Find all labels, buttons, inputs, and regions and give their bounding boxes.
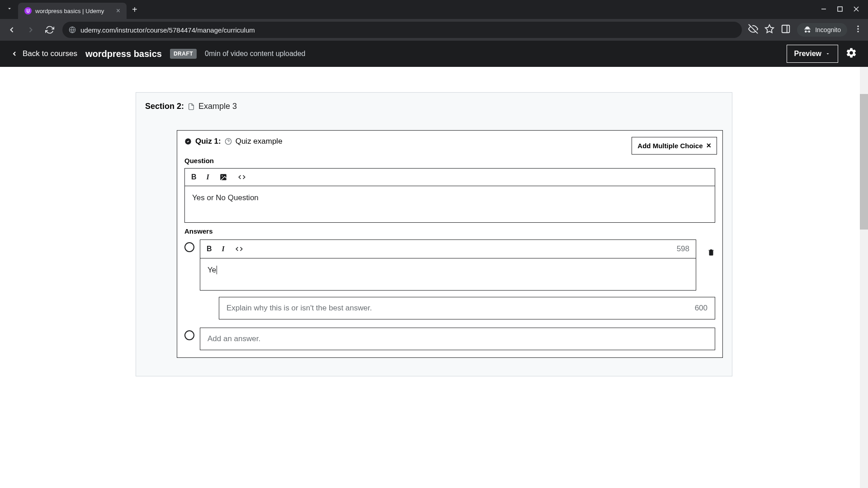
- chrome-menu-icon[interactable]: [854, 24, 863, 35]
- scrollbar-thumb[interactable]: [860, 94, 868, 230]
- bold-button[interactable]: B: [191, 173, 197, 181]
- course-title: wordpress basics: [85, 49, 162, 59]
- site-info-icon[interactable]: [69, 26, 76, 33]
- question-editor: B I Yes or No Question: [184, 168, 715, 223]
- answer-row: B I 598 Ye: [184, 239, 715, 291]
- check-circle-icon: [184, 138, 192, 145]
- svg-rect-8: [782, 25, 790, 33]
- answer-radio[interactable]: [184, 330, 194, 340]
- explain-char-count: 600: [695, 304, 708, 313]
- answer-row: Add an answer.: [184, 328, 715, 350]
- help-circle-icon: [225, 138, 232, 145]
- browser-tab[interactable]: U wordpress basics | Udemy ×: [18, 3, 127, 19]
- explain-input[interactable]: Explain why this is or isn't the best an…: [219, 297, 715, 319]
- svg-marker-7: [765, 25, 774, 33]
- back-button[interactable]: [5, 23, 18, 36]
- svg-point-11: [857, 28, 859, 29]
- answer-textarea[interactable]: Add an answer.: [200, 328, 715, 350]
- svg-rect-1: [838, 7, 842, 11]
- tab-title: wordpress basics | Udemy: [35, 8, 104, 14]
- quiz-label: Quiz 1:: [195, 137, 221, 146]
- section-box: Section 2: Example 3 Quiz 1: Quiz exampl…: [136, 92, 732, 376]
- preview-button[interactable]: Preview: [787, 45, 838, 63]
- char-count: 598: [677, 244, 689, 253]
- code-button[interactable]: [237, 174, 246, 181]
- svg-point-10: [857, 26, 859, 27]
- bookmark-icon[interactable]: [764, 24, 774, 36]
- delete-answer-button[interactable]: [707, 248, 715, 258]
- incognito-badge[interactable]: Incognito: [797, 23, 847, 37]
- svg-point-17: [222, 175, 222, 176]
- back-to-courses-link[interactable]: Back to courses: [11, 49, 77, 58]
- bold-button[interactable]: B: [207, 245, 212, 253]
- question-textarea[interactable]: Yes or No Question: [185, 186, 715, 222]
- close-icon[interactable]: ×: [706, 141, 711, 150]
- incognito-label: Incognito: [815, 26, 841, 33]
- browser-toolbar: udemy.com/instructor/course/5784474/mana…: [0, 19, 868, 41]
- question-label: Question: [184, 157, 715, 164]
- preview-label: Preview: [794, 50, 821, 58]
- section-header: Section 2: Example 3: [145, 102, 723, 111]
- app-header: Back to courses wordpress basics DRAFT 0…: [0, 41, 868, 67]
- gear-icon[interactable]: [845, 47, 857, 61]
- draft-badge: DRAFT: [170, 49, 197, 59]
- code-button[interactable]: [235, 245, 244, 253]
- svg-point-12: [857, 31, 859, 32]
- document-icon: [188, 103, 195, 111]
- add-mc-label: Add Multiple Choice: [637, 142, 703, 150]
- answer-editor: B I 598 Ye: [200, 239, 696, 291]
- image-button[interactable]: [219, 173, 227, 181]
- chevron-left-icon: [11, 50, 18, 57]
- back-label: Back to courses: [23, 49, 77, 58]
- quiz-name: Quiz example: [236, 137, 283, 146]
- close-tab-icon[interactable]: ×: [116, 7, 120, 15]
- tab-search-dropdown[interactable]: [4, 4, 15, 15]
- italic-button[interactable]: I: [207, 173, 209, 181]
- quiz-box: Quiz 1: Quiz example Add Multiple Choice…: [177, 130, 723, 358]
- minimize-window-icon[interactable]: [821, 6, 826, 13]
- reload-button[interactable]: [43, 23, 56, 36]
- scrollbar[interactable]: [860, 67, 868, 488]
- italic-button[interactable]: I: [222, 245, 225, 253]
- forward-button[interactable]: [24, 23, 37, 36]
- url-text: udemy.com/instructor/course/5784474/mana…: [80, 26, 736, 34]
- udemy-favicon-icon: U: [24, 7, 32, 14]
- quiz-header: Quiz 1: Quiz example Add Multiple Choice…: [177, 131, 722, 152]
- new-tab-button[interactable]: +: [127, 5, 143, 15]
- address-bar[interactable]: udemy.com/instructor/course/5784474/mana…: [62, 22, 742, 38]
- close-window-icon[interactable]: [854, 6, 859, 13]
- answer-textarea[interactable]: Ye: [200, 258, 696, 290]
- question-toolbar: B I: [185, 169, 715, 186]
- answers-label: Answers: [184, 227, 715, 235]
- answer-radio[interactable]: [184, 242, 194, 252]
- side-panel-icon[interactable]: [781, 24, 791, 36]
- visibility-off-icon[interactable]: [748, 24, 758, 36]
- answer-toolbar: B I 598: [200, 240, 696, 258]
- section-label: Section 2:: [145, 102, 184, 111]
- main-content: Section 2: Example 3 Quiz 1: Quiz exampl…: [0, 67, 868, 488]
- browser-tabs-bar: U wordpress basics | Udemy × +: [0, 0, 868, 19]
- add-multiple-choice-button[interactable]: Add Multiple Choice ×: [632, 137, 717, 155]
- section-name: Example 3: [198, 102, 237, 111]
- incognito-icon: [803, 26, 811, 34]
- chevron-down-icon: [825, 51, 830, 56]
- upload-status: 0min of video content uploaded: [205, 50, 305, 58]
- answer-placeholder: Add an answer.: [208, 334, 260, 343]
- maximize-window-icon[interactable]: [837, 6, 843, 13]
- explain-placeholder: Explain why this is or isn't the best an…: [226, 304, 695, 313]
